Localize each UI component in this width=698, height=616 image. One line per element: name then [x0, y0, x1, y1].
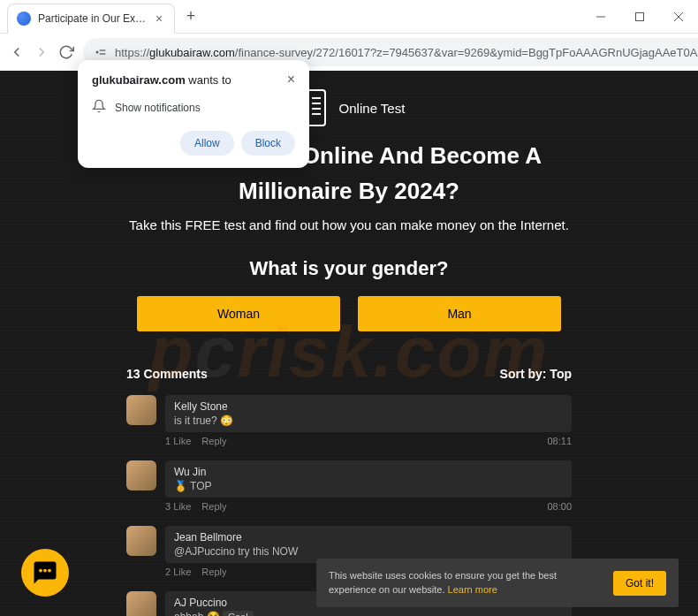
reply-button[interactable]: Reply	[201, 501, 226, 512]
maximize-button[interactable]	[620, 4, 659, 30]
comment-text: is it true? 😳	[174, 414, 563, 427]
block-button[interactable]: Block	[241, 131, 295, 156]
svg-rect-1	[636, 12, 644, 20]
site-settings-icon[interactable]	[94, 45, 108, 59]
notification-permission-popup: glukubairaw.com wants to × Show notifica…	[78, 60, 309, 168]
minimize-button[interactable]	[581, 4, 620, 30]
chat-help-button[interactable]	[21, 549, 69, 597]
cookie-accept-button[interactable]: Got it!	[613, 571, 666, 596]
comment-author: Wu Jin	[174, 466, 563, 478]
cookie-text: This website uses cookies to ensure you …	[329, 569, 601, 597]
close-window-button[interactable]	[659, 4, 698, 30]
cookie-consent-bar: This website uses cookies to ensure you …	[316, 559, 679, 607]
close-icon[interactable]: ×	[287, 72, 295, 87]
window-controls	[581, 4, 698, 30]
bell-icon	[92, 99, 106, 117]
answer-buttons: Woman Man	[0, 296, 698, 331]
subheadline: Take this FREE test and find out how you…	[0, 207, 698, 257]
comment-item: Kelly Stone is it true? 😳 1 Like Reply 0…	[126, 395, 572, 446]
comment-bubble: Kelly Stone is it true? 😳	[165, 395, 572, 432]
back-button[interactable]	[9, 40, 25, 65]
comment-author: Jean Bellmore	[174, 531, 563, 544]
question-text: What is your gender?	[0, 257, 698, 280]
comment-text: ahhah 😂 Cool	[174, 611, 563, 616]
avatar	[126, 460, 156, 491]
forward-button[interactable]	[34, 40, 49, 65]
comments-header: 13 Comments Sort by: Top	[126, 367, 572, 381]
svg-point-20	[48, 569, 51, 573]
comment-item: Wu Jin 🥇 TOP 3 Like Reply 08:00	[126, 460, 572, 512]
reply-button[interactable]: Reply	[201, 436, 226, 446]
like-button[interactable]: 1 Like	[165, 436, 191, 446]
cool-badge: Cool	[223, 611, 254, 616]
comment-bubble: Jean Bellmore @AJPuccino try this NOW	[165, 526, 572, 563]
learn-more-link[interactable]: Learn more	[448, 584, 497, 595]
answer-man-button[interactable]: Man	[358, 296, 561, 331]
headline-line-2: Millionaire By 2024?	[0, 177, 698, 207]
comment-time: 08:11	[547, 436, 572, 446]
tab-title: Participate in Our Exclusive Onl	[38, 12, 148, 25]
avatar	[126, 395, 156, 425]
comments-count: 13 Comments	[126, 367, 208, 381]
browser-tab[interactable]: Participate in Our Exclusive Onl ×	[7, 4, 175, 34]
permission-message: Show notifications	[115, 102, 201, 114]
url-text: https://glukubairaw.com/finance-survey/2…	[115, 46, 698, 59]
header-label: Online Test	[339, 101, 406, 116]
avatar	[126, 591, 156, 616]
svg-point-19	[43, 569, 47, 573]
like-button[interactable]: 2 Like	[165, 567, 191, 577]
svg-point-18	[39, 569, 42, 573]
tabs-area: Participate in Our Exclusive Onl × +	[0, 0, 203, 33]
answer-woman-button[interactable]: Woman	[137, 296, 340, 331]
reload-button[interactable]	[58, 40, 74, 65]
allow-button[interactable]: Allow	[180, 131, 234, 156]
comment-time: 08:00	[547, 501, 572, 512]
comment-bubble: Wu Jin 🥇 TOP	[165, 460, 572, 498]
avatar	[126, 526, 156, 556]
comment-text: 🥇 TOP	[174, 480, 563, 492]
permission-title: glukubairaw.com wants to	[92, 73, 231, 87]
svg-point-4	[96, 51, 98, 53]
window-titlebar: Participate in Our Exclusive Onl × +	[0, 0, 698, 34]
comment-text: @AJPuccino try this NOW	[174, 545, 563, 558]
comment-author: Kelly Stone	[174, 400, 563, 413]
reply-button[interactable]: Reply	[201, 567, 226, 577]
like-button[interactable]: 3 Like	[165, 501, 191, 512]
new-tab-button[interactable]: +	[178, 4, 203, 29]
tab-close-icon[interactable]: ×	[153, 12, 165, 25]
tab-favicon	[17, 11, 31, 26]
comments-sort[interactable]: Sort by: Top	[500, 367, 572, 381]
